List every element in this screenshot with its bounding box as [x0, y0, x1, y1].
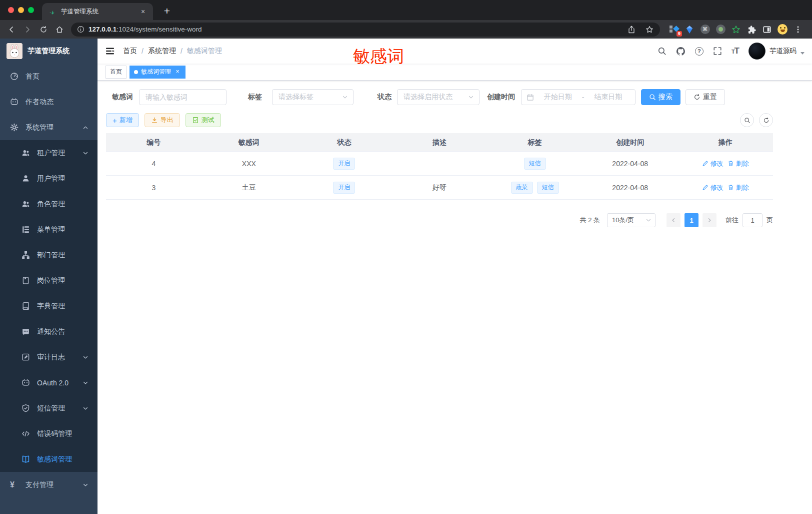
grid-diamond-extension-icon[interactable]: 9: [669, 25, 679, 35]
url-bar[interactable]: 127.0.0.1:1024/system/sensitive-word: [71, 23, 660, 37]
delete-button[interactable]: 删除: [728, 183, 749, 192]
forward-icon[interactable]: [20, 23, 35, 37]
active-dot: [134, 70, 138, 74]
sidebar-item-post[interactable]: 岗位管理: [0, 268, 98, 293]
font-size-icon[interactable]: TT: [732, 46, 739, 56]
sidebar-item-system[interactable]: 系统管理: [0, 115, 98, 140]
minimize-window-button[interactable]: [18, 7, 24, 13]
extensions-area: 9 ⌘: [664, 25, 808, 35]
sidebar-item-pay[interactable]: ¥ 支付管理: [0, 472, 98, 497]
keyword-input[interactable]: [139, 89, 226, 105]
breadcrumb-system[interactable]: 系统管理: [148, 47, 176, 56]
github-icon[interactable]: [676, 47, 686, 56]
browser-chrome: 芋道管理系统 × + 127.0.0.1:1024/system/sensiti…: [0, 0, 812, 39]
prev-page-button[interactable]: [666, 213, 680, 227]
site-info-icon[interactable]: [77, 26, 84, 33]
search-icon[interactable]: [658, 47, 666, 56]
page-unit-label: 页: [766, 216, 773, 225]
sidebar-item-home[interactable]: 首页: [0, 64, 98, 89]
collapse-sidebar-icon[interactable]: [105, 46, 115, 56]
refresh-table-button[interactable]: [759, 113, 773, 127]
fullscreen-icon[interactable]: [713, 47, 722, 56]
next-page-button[interactable]: [702, 213, 716, 227]
split-square-icon[interactable]: [762, 25, 772, 35]
sidebar-item-dept[interactable]: 部门管理: [0, 242, 98, 268]
avatar: [748, 43, 766, 60]
search-button[interactable]: 搜索: [641, 89, 680, 105]
tag-sensitive-word[interactable]: 敏感词管理 ×: [130, 66, 186, 79]
home-icon[interactable]: [52, 23, 67, 37]
caret-down-icon: [800, 52, 804, 55]
zoom-window-button[interactable]: [28, 7, 34, 13]
sidebar-item-author-news[interactable]: 作者动态: [0, 89, 98, 115]
tag-badge: 蔬菜: [511, 182, 533, 194]
roles-icon: [22, 200, 30, 208]
blue-gem-extension-icon[interactable]: [684, 25, 694, 35]
oauth-face-icon: [22, 378, 30, 387]
sidebar-item-audit-log[interactable]: 审计日志: [0, 344, 98, 370]
question-icon[interactable]: ?: [695, 47, 704, 56]
kebab-menu-icon[interactable]: [793, 25, 803, 35]
tab-close-icon[interactable]: ×: [139, 8, 147, 16]
sidebar-logo[interactable]: 芋道管理系统: [0, 39, 98, 64]
status-badge: 开启: [333, 158, 355, 170]
green-dot-circle-extension-icon[interactable]: [716, 25, 726, 35]
close-window-button[interactable]: [8, 7, 14, 13]
org-tree-icon: [22, 251, 30, 259]
sidebar-item-dict[interactable]: 字典管理: [0, 293, 98, 319]
status-select[interactable]: 请选择启用状态: [397, 89, 480, 105]
page-number-1[interactable]: 1: [684, 213, 698, 227]
green-star-extension-icon[interactable]: [731, 25, 741, 35]
end-date-placeholder[interactable]: 结束日期: [586, 93, 630, 102]
edit-button[interactable]: 修改: [702, 183, 724, 192]
status-label: 状态: [378, 93, 392, 102]
date-range-picker[interactable]: 开始日期 - 结束日期: [521, 89, 636, 105]
rabbit-logo-icon: [6, 43, 22, 59]
delete-button[interactable]: 删除: [728, 159, 749, 168]
reload-icon[interactable]: [36, 23, 51, 37]
user-name: 芋道源码: [770, 47, 796, 56]
breadcrumb-home[interactable]: 首页: [123, 47, 137, 56]
menu-tree-icon: [22, 225, 30, 234]
toggle-search-button[interactable]: [740, 113, 754, 127]
sidebar-item-oauth[interactable]: OAuth 2.0: [0, 370, 98, 395]
puzzle-extensions-icon[interactable]: [746, 25, 756, 35]
share-icon[interactable]: [624, 23, 639, 37]
table-row: 3 土豆 开启 好呀 蔬菜 短信 2022-04-08 修改 删除: [106, 176, 773, 200]
goto-page-input[interactable]: [742, 213, 762, 227]
sidebar-item-sms[interactable]: 短信管理: [0, 395, 98, 421]
start-date-placeholder[interactable]: 开始日期: [536, 93, 580, 102]
command-circle-extension-icon[interactable]: ⌘: [700, 25, 710, 35]
edit-button[interactable]: 修改: [702, 159, 724, 168]
sidebar-item-error-code[interactable]: 错误码管理: [0, 421, 98, 446]
export-button[interactable]: 导出: [144, 113, 180, 127]
back-icon[interactable]: [4, 23, 19, 37]
profile-emoji-avatar[interactable]: [778, 25, 788, 35]
chevron-down-icon: [82, 380, 88, 386]
browser-tab[interactable]: 芋道管理系统 ×: [42, 3, 153, 20]
test-button[interactable]: 测试: [186, 113, 221, 127]
tenants-icon: [22, 149, 30, 157]
user-menu[interactable]: 芋道源码: [748, 43, 804, 60]
date-label: 创建时间: [487, 93, 515, 102]
sidebar-item-notice[interactable]: 通知公告: [0, 319, 98, 344]
sidebar-item-role[interactable]: 角色管理: [0, 191, 98, 217]
sidebar-item-user[interactable]: 用户管理: [0, 166, 98, 191]
close-icon[interactable]: ×: [174, 69, 181, 76]
trash-icon: [728, 160, 734, 167]
pen-icon: [702, 160, 708, 167]
bookmark-star-icon[interactable]: [642, 23, 657, 37]
dashboard-icon: [10, 72, 18, 81]
sidebar-item-sensitive-word[interactable]: 敏感词管理: [0, 446, 98, 472]
sidebar-item-tenant[interactable]: 租户管理: [0, 140, 98, 166]
browser-tab-strip: 芋道管理系统 × +: [0, 0, 812, 20]
add-button[interactable]: + 新增: [106, 113, 139, 127]
tag-select[interactable]: 请选择标签: [272, 89, 354, 105]
new-tab-button[interactable]: +: [160, 5, 174, 17]
page-size-select[interactable]: 10条/页: [607, 213, 656, 227]
tag-home[interactable]: 首页: [106, 66, 126, 79]
url-text: 127.0.0.1:1024/system/sensitive-word: [88, 26, 620, 33]
chevron-up-icon: [82, 125, 88, 131]
sidebar-item-menu[interactable]: 菜单管理: [0, 217, 98, 242]
reset-button[interactable]: 重置: [686, 89, 725, 105]
